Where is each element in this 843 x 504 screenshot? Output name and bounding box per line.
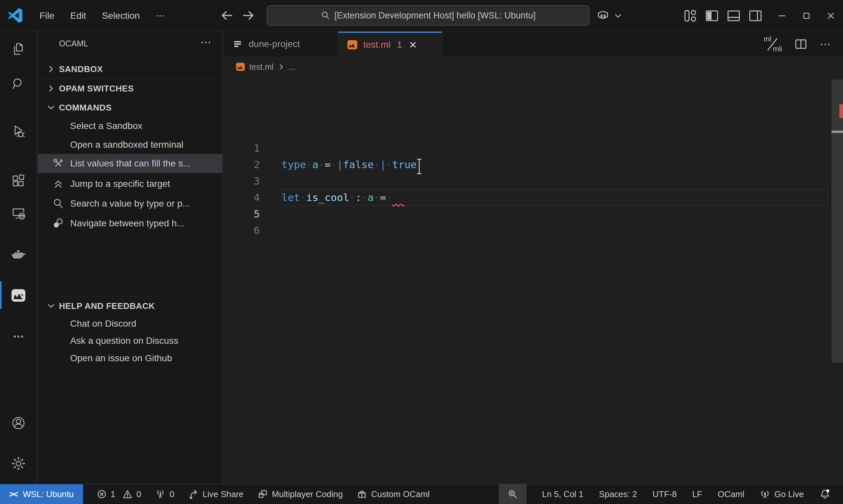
custom-ocaml-status[interactable]: Custom OCaml [357,489,430,499]
tab-dune-project[interactable]: dune-project [224,32,338,57]
minimize-button[interactable] [770,0,794,31]
extensions-icon[interactable] [11,173,27,189]
code-line: 5 [224,189,843,205]
explorer-icon[interactable] [11,41,27,57]
breadcrumb: test.ml ... [224,57,295,77]
section-opam-switches[interactable]: OPAM SWITCHES [38,79,222,98]
remote-indicator[interactable]: >< WSL: Ubuntu [0,484,83,504]
sidebar-more-actions-icon[interactable]: ⋯ [200,36,212,49]
help-open-issue[interactable]: Open an issue on Github [38,349,222,368]
eol-label: LF [692,489,702,499]
live-share-label: Live Share [203,489,243,499]
ocaml-view-icon[interactable] [11,287,27,303]
code-line: 3 let·is_cool·:·a·=· [224,156,843,173]
active-view-indicator [0,281,2,309]
search-view-icon[interactable] [11,76,27,92]
dune-file-icon [232,38,243,50]
mlmli-bottom-label: mli [773,45,782,53]
notifications-bell[interactable] [819,488,830,500]
close-tab-icon[interactable] [408,40,418,50]
overlapping-circles-icon [52,217,64,229]
ports-status[interactable]: 0 [155,489,174,499]
breadcrumb-file[interactable]: test.ml [249,62,274,72]
command-jump-target[interactable]: Jump to a specific target [38,174,222,194]
ocaml-file-icon [347,39,358,50]
close-window-button[interactable] [819,0,843,31]
command-label: Select a Sandbox [70,121,142,131]
tab-test-ml[interactable]: test.ml 1 [338,32,442,57]
code-line: 6 [224,205,843,222]
ocaml-file-icon [236,62,245,72]
chevron-down-icon [46,301,56,311]
forward-arrow-icon[interactable] [241,7,257,23]
tab-bar: dune-project test.ml 1 ml mli [224,32,843,57]
chevron-down-icon [46,102,56,113]
search-icon [321,11,330,20]
menu-more[interactable]: ⋯ [148,7,173,24]
command-center-search[interactable]: [Extension Development Host] hello [WSL:… [267,5,589,26]
problems-status[interactable]: 1 0 [97,489,141,499]
multiplayer-coding-status[interactable]: Multiplayer Coding [258,489,343,499]
package-icon [357,489,367,499]
broadcast-icon [760,489,770,499]
back-arrow-icon[interactable] [219,7,235,23]
language-mode-status[interactable]: OCaml [718,489,744,499]
accounts-icon[interactable] [11,415,27,431]
menu-file[interactable]: File [32,7,62,24]
mlmli-top-label: ml [764,35,771,43]
overview-ruler-error-mark [839,104,843,118]
encoding-status[interactable]: UTF-8 [652,489,677,499]
indentation-status[interactable]: Spaces: 2 [599,489,637,499]
command-label: List values that can fill the s... [70,158,191,169]
command-list-values[interactable]: List values that can fill the s... [38,154,222,173]
help-ask-discuss[interactable]: Ask a question on Discuss [38,331,222,350]
scrollbar-slider[interactable] [831,79,843,362]
docker-icon[interactable] [11,247,27,263]
command-open-terminal[interactable]: Open a sandboxed terminal [38,135,222,154]
command-navigate-holes[interactable]: Navigate between typed h... [38,214,222,233]
zoom-status[interactable] [499,484,527,504]
help-chat-discord[interactable]: Chat on Discord [38,314,222,333]
live-share-status[interactable]: Live Share [188,489,243,499]
overview-ruler-cursor-mark [831,131,843,133]
broadcast-tower-icon [155,489,166,499]
settings-gear-icon[interactable] [11,456,27,471]
toggle-primary-sidebar-icon[interactable] [704,8,720,23]
menu-bar: File Edit Selection ⋯ [32,0,173,31]
cursor-position-status[interactable]: Ln 5, Col 1 [542,489,584,499]
toggle-panel-icon[interactable] [726,8,741,23]
section-sandbox[interactable]: SANDBOX [38,59,222,79]
go-live-label: Go Live [774,489,804,499]
copilot-icon[interactable] [596,8,610,23]
customize-layout-icon[interactable] [683,8,698,23]
sidebar-ocaml: OCAML ⋯ SANDBOX OPAM SWITCHES COMMANDS S… [38,32,223,484]
section-commands[interactable]: COMMANDS [38,98,222,117]
section-label: OPAM SWITCHES [59,84,134,94]
maximize-button[interactable] [794,0,819,31]
tab-label: test.ml [363,39,390,50]
remote-explorer-icon[interactable] [11,205,27,221]
command-search-value[interactable]: Search a value by type or p... [38,194,222,213]
go-live-status[interactable]: Go Live [760,489,804,499]
breadcrumb-symbol[interactable]: ... [289,62,296,72]
code-line: 2 [224,140,843,156]
more-views-icon[interactable] [11,329,27,344]
status-bar-right: Ln 5, Col 1 Spaces: 2 UTF-8 LF OCaml Go … [499,484,843,504]
editor-more-actions-icon[interactable]: ⋯ [820,37,832,51]
menu-selection[interactable]: Selection [94,7,148,24]
help-label: Open an issue on Github [70,353,172,363]
search-icon [52,198,64,210]
eol-status[interactable]: LF [692,489,702,499]
split-editor-icon[interactable] [794,37,808,51]
warning-icon [122,489,132,499]
run-debug-icon[interactable] [11,123,27,139]
code-area[interactable]: 1 type·a·=·|false·|·true 2 3 let·is_cool… [224,77,843,484]
section-help-feedback[interactable]: HELP AND FEEDBACK [38,296,222,316]
tools-icon [52,158,64,169]
command-select-sandbox[interactable]: Select a Sandbox [38,116,222,136]
chevron-down-icon[interactable] [613,8,623,23]
switch-ml-mli-icon[interactable]: ml mli [763,36,782,53]
menu-edit[interactable]: Edit [62,7,94,24]
multiplayer-label: Multiplayer Coding [272,489,343,499]
toggle-secondary-sidebar-icon[interactable] [748,8,763,23]
